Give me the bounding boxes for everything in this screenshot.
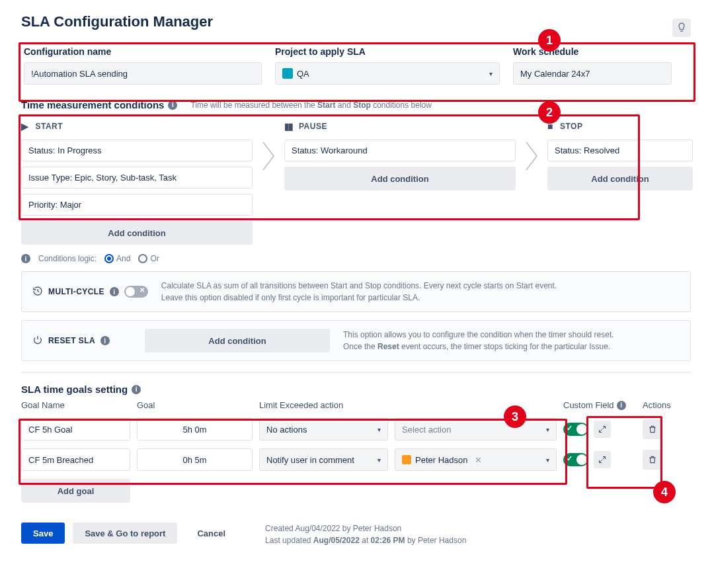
callout-1: 1 <box>538 29 561 52</box>
add-goal-button[interactable]: Add goal <box>21 479 130 503</box>
remove-user-icon[interactable]: ✕ <box>475 455 482 465</box>
goal-value-input[interactable]: 5h 0m <box>137 418 253 441</box>
schedule-label: Work schedule <box>513 46 672 57</box>
info-icon: i <box>110 287 119 296</box>
callout-4: 4 <box>653 481 676 503</box>
chevron-down-icon: ▾ <box>546 426 549 433</box>
stop-column-header: ■ STOP <box>547 114 693 134</box>
reset-add-condition-button[interactable]: Add condition <box>145 329 330 353</box>
delete-goal-button[interactable] <box>643 419 662 439</box>
schedule-select[interactable]: My Calendar 24x7 <box>513 62 672 85</box>
config-name-label: Configuration name <box>24 46 262 57</box>
pause-column-header: ▮▮ PAUSE <box>284 114 516 134</box>
project-select[interactable]: QA ▾ <box>275 62 500 85</box>
start-column-header: ▶ START <box>21 114 253 134</box>
multi-cycle-desc: Calculate SLA as sum of all transitions … <box>161 280 557 304</box>
conditions-heading: Time measurement conditions i <box>21 99 177 110</box>
col-goal-name: Goal Name <box>21 400 130 410</box>
config-name-input[interactable]: !Automation SLA sending <box>24 62 262 85</box>
project-label: Project to apply SLA <box>275 46 500 57</box>
info-icon: i <box>168 101 177 110</box>
project-icon <box>282 68 293 79</box>
chevron-down-icon: ▾ <box>377 456 381 464</box>
reset-desc: This option allows you to configure the … <box>343 329 614 353</box>
logic-or-radio[interactable]: Or <box>138 254 159 263</box>
cancel-button[interactable]: Cancel <box>185 523 237 544</box>
info-icon: i <box>617 401 626 410</box>
delete-goal-button[interactable] <box>643 450 662 470</box>
start-condition[interactable]: Issue Type: Epic, Story, Sub-task, Task <box>21 167 253 189</box>
chevron-down-icon: ▾ <box>489 70 493 77</box>
goal-name-input[interactable]: CF 5h Goal <box>21 418 130 441</box>
expand-button[interactable] <box>594 451 611 468</box>
hint-lightbulb-button[interactable] <box>672 19 691 37</box>
conditions-logic-label: Conditions logic: <box>38 254 97 263</box>
lightbulb-icon <box>676 22 687 34</box>
multi-cycle-toggle[interactable]: ✕ <box>124 286 148 298</box>
play-icon: ▶ <box>21 121 29 132</box>
chevron-down-icon: ▾ <box>546 456 549 464</box>
col-actions: Actions <box>643 400 682 410</box>
arrow-right-icon <box>253 114 284 171</box>
chevron-down-icon: ▾ <box>377 426 381 433</box>
limit-action-select[interactable]: No actions▾ <box>259 418 388 441</box>
conditions-hint: Time will be measured between the Start … <box>190 101 431 110</box>
action-target-select[interactable]: Peter Hadson ✕ ▾ <box>395 448 557 471</box>
save-and-go-button[interactable]: Save & Go to report <box>73 523 177 544</box>
pause-add-condition-button[interactable]: Add condition <box>284 167 516 190</box>
pause-condition[interactable]: Status: Workaround <box>284 140 516 161</box>
logic-and-radio[interactable]: And <box>104 254 130 263</box>
col-goal: Goal <box>137 400 253 410</box>
goal-name-input[interactable]: CF 5m Breached <box>21 448 130 471</box>
info-icon: i <box>21 254 30 263</box>
custom-field-toggle[interactable]: ✓ <box>563 453 588 466</box>
start-add-condition-button[interactable]: Add condition <box>21 221 253 245</box>
custom-field-toggle[interactable]: ✓ <box>563 423 588 436</box>
callout-2: 2 <box>538 101 561 124</box>
callout-3: 3 <box>504 405 526 428</box>
info-icon: i <box>100 336 110 345</box>
action-target-select[interactable]: Select action ▾ <box>395 418 557 441</box>
goals-heading: SLA time goals setting i <box>21 384 691 395</box>
history-icon <box>32 286 43 298</box>
stop-add-condition-button[interactable]: Add condition <box>547 167 693 190</box>
pause-icon: ▮▮ <box>284 121 292 132</box>
start-condition[interactable]: Priority: Major <box>21 194 253 216</box>
footer-meta: Created Aug/04/2022 by Peter Hadson Last… <box>265 523 466 546</box>
info-icon: i <box>132 385 141 394</box>
stop-condition[interactable]: Status: Resolved <box>547 140 693 161</box>
arrow-right-icon <box>516 114 547 171</box>
avatar <box>402 455 411 464</box>
save-button[interactable]: Save <box>21 523 65 544</box>
reset-sla-panel: RESET SLA i Add condition This option al… <box>21 320 691 361</box>
power-icon <box>32 335 43 347</box>
multi-cycle-panel: MULTI-CYCLE i ✕ Calculate SLA as sum of … <box>21 271 691 312</box>
col-custom-field: Custom Field i <box>563 400 636 410</box>
goal-value-input[interactable]: 0h 5m <box>137 448 253 471</box>
page-title: SLA Configuration Manager <box>21 13 213 30</box>
limit-action-select[interactable]: Notify user in comment▾ <box>259 448 388 471</box>
expand-button[interactable] <box>594 421 611 438</box>
start-condition[interactable]: Status: In Progress <box>21 140 253 161</box>
